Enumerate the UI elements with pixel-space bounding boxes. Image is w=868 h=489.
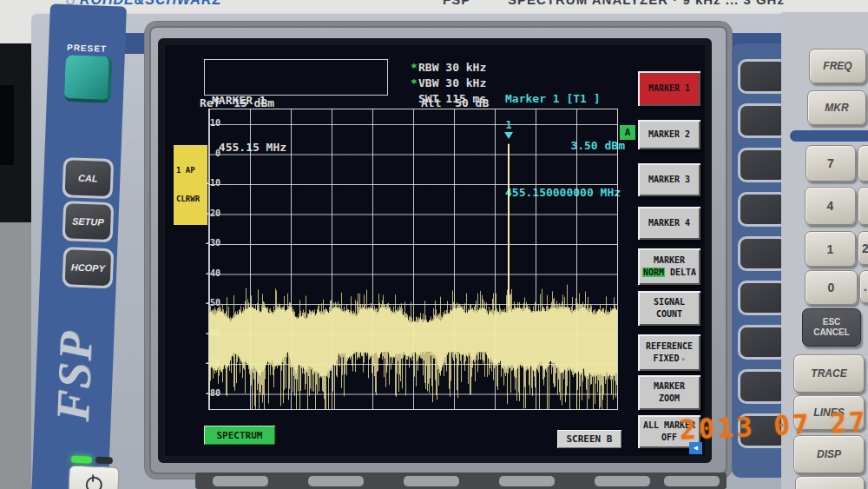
hw-softkey-7[interactable] [740, 327, 786, 357]
disp-button[interactable]: DISP [793, 435, 865, 473]
softkey-marker-2[interactable]: MARKER 2 [638, 120, 700, 149]
hcopy-button[interactable]: HCOPY [65, 249, 111, 286]
key-2-partial[interactable]: 2 [858, 231, 868, 265]
bandwidth-line: *VBW 30 kHz [411, 76, 486, 91]
bandwidth-line: SWT 115 ms [411, 91, 486, 107]
preset-label: PRESET [49, 42, 125, 54]
power-icon [85, 476, 102, 489]
power-button[interactable] [68, 466, 120, 489]
bottom-edge-key[interactable] [664, 476, 720, 486]
key-7[interactable]: 7 [806, 145, 856, 182]
instrument-photo: ◇ ROHDE&SCHWARZ FSP SPECTRUM ANALYZER · … [0, 0, 868, 489]
screen-b-button[interactable]: SCREEN B [557, 430, 621, 448]
softkey-marker-3[interactable]: MARKER 3 [638, 163, 700, 196]
marker-1-symbol-icon [504, 132, 513, 139]
bandwidth-line: *RBW 30 kHz [411, 60, 486, 76]
esc-cancel-button[interactable]: ESC CANCEL [802, 308, 861, 347]
freq-button[interactable]: FREQ [809, 49, 866, 83]
hw-softkey-2[interactable] [740, 106, 786, 135]
key-5-partial[interactable] [858, 187, 868, 225]
background-wall [0, 222, 35, 489]
hw-softkey-8[interactable] [740, 372, 786, 401]
bottom-edge-key[interactable] [308, 476, 364, 486]
key-4[interactable]: 4 [805, 187, 856, 225]
down-caret-icon: ▿ [681, 355, 686, 363]
key-1[interactable]: 1 [805, 231, 856, 267]
mkr-button[interactable]: MKR [807, 90, 866, 125]
softkey-marker-1[interactable]: MARKER 1 [638, 71, 700, 106]
file-button[interactable]: FILE [795, 476, 865, 489]
preset-button[interactable] [64, 55, 113, 103]
softkey-reference-fixed[interactable]: REFERENCEFIXED▿ [638, 334, 700, 371]
model-text: FSP [443, 0, 470, 7]
standby-led [95, 457, 113, 465]
setup-key-well: SETUP [62, 201, 115, 242]
bottom-edge-key[interactable] [595, 476, 650, 486]
bottom-key-strip [195, 472, 727, 489]
key-0[interactable]: 0 [805, 270, 858, 305]
model-title-text: SPECTRUM ANALYZER · 9 kHz ... 3 GHz [508, 0, 785, 7]
marker-1-label: 1 [503, 119, 514, 131]
hcopy-key-well: HCOPY [62, 247, 115, 288]
softkey-marker-zoom[interactable]: MARKERZOOM [638, 375, 700, 410]
bottom-edge-key[interactable] [404, 476, 459, 486]
softkey-signal-count[interactable]: SIGNALCOUNT [638, 291, 700, 326]
softkey-marker-norm-delta[interactable]: MARKERNORM DELTA [638, 248, 700, 285]
hw-softkey-4[interactable] [740, 195, 786, 224]
power-led-green [71, 456, 92, 464]
background-object [0, 85, 14, 165]
panel-divider [790, 130, 868, 142]
bottom-edge-key[interactable] [499, 476, 555, 486]
key-8-partial[interactable] [858, 145, 868, 182]
cal-key-well: CAL [62, 157, 114, 199]
marker-readout-title: Marker 1 [T1 ] [505, 91, 625, 107]
cal-button[interactable]: CAL [65, 160, 111, 196]
key-dot-partial[interactable]: . [859, 270, 868, 303]
marker-field-box: MARKER 1 455.15 MHz [204, 59, 388, 96]
screen-a-badge: A [620, 125, 635, 140]
hw-softkey-1[interactable] [740, 62, 786, 91]
ref-level-text: Ref 15 dBm [200, 96, 274, 109]
trace-button[interactable]: TRACE [793, 354, 865, 393]
hw-softkey-6[interactable] [740, 283, 786, 313]
setup-button[interactable]: SETUP [65, 203, 111, 240]
softkey-marker-4[interactable]: MARKER 4 [638, 207, 700, 240]
spectrum-trace-canvas [209, 109, 617, 409]
bandwidth-block: *RBW 30 kHz*VBW 30 kHz SWT 115 ms [411, 60, 486, 107]
lcd-screen: MARKER 1 455.15 MHz Ref 15 dBm Att 50 dB… [165, 45, 705, 456]
bottom-edge-key[interactable] [213, 476, 268, 486]
hw-softkey-3[interactable] [740, 150, 786, 180]
hw-softkey-5[interactable] [740, 239, 786, 268]
spectrum-tab-button[interactable]: SPECTRUM [204, 426, 275, 445]
